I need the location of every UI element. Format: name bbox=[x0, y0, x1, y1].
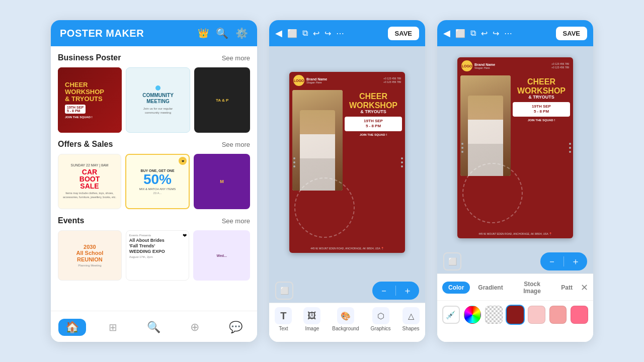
image-tool-icon: 🖼 bbox=[303, 307, 320, 324]
right-poster-date-box: 19TH SEP 5 - 8 PM bbox=[513, 102, 570, 117]
header-icons: 👑 🔍 ⚙️ bbox=[198, 27, 248, 39]
right-page-indicator[interactable]: ⬜ bbox=[443, 252, 461, 270]
color-tab-stock[interactable]: Stock Image bbox=[511, 278, 553, 297]
business-see-more[interactable]: See more bbox=[222, 54, 250, 62]
search-icon[interactable]: 🔍 bbox=[216, 27, 228, 39]
light-pink2-swatch[interactable] bbox=[549, 306, 567, 324]
right-page-icon: ⬜ bbox=[448, 257, 457, 265]
nav-add[interactable]: ⊕ bbox=[183, 319, 206, 336]
events-see-more[interactable]: See more bbox=[222, 217, 250, 225]
brand-slogan: Slogan Here bbox=[306, 81, 327, 84]
right-poster-image bbox=[460, 75, 511, 176]
editor-header-right: SAVE bbox=[388, 27, 419, 40]
events-section-header: Events See more bbox=[58, 216, 250, 225]
right-back-icon[interactable]: ◀ bbox=[443, 28, 450, 39]
nav-home[interactable]: 🏠 bbox=[58, 319, 86, 336]
more-icon[interactable]: ⋯ bbox=[336, 29, 344, 38]
toolbar-tools: T Text 🖼 Image 🎨 Background ⬡ Graphics △… bbox=[269, 307, 425, 331]
page-icon: ⬜ bbox=[280, 287, 289, 295]
fifty-percent-template-card[interactable]: ❤ BUY ONE, GET ONE 50% MIX & MATCH ANY I… bbox=[125, 154, 190, 209]
right-poster-preview[interactable]: LOGO Brand Name Slogan Here +0 123 456 7… bbox=[457, 57, 573, 238]
left-handle[interactable] bbox=[293, 157, 296, 167]
wedding-template-card[interactable]: Events Presents All About Brides'Fall Tr… bbox=[126, 230, 190, 281]
right-poster-date: 19TH SEP 5 - 8 PM bbox=[516, 104, 567, 115]
right-deco-circle bbox=[462, 163, 523, 223]
tool-background[interactable]: 🎨 Background bbox=[332, 307, 359, 331]
back-icon[interactable]: ◀ bbox=[275, 28, 282, 39]
right-editor-header-left: ◀ ⬜ ⧉ ↩ ↪ ⋯ bbox=[443, 28, 512, 39]
tool-shapes[interactable]: △ Shapes bbox=[403, 307, 420, 331]
crown-icon[interactable]: 👑 bbox=[198, 28, 209, 39]
undo-icon[interactable]: ↩ bbox=[313, 29, 319, 38]
offers-template-row: SUNDAY 22 MAY | 8AM CARBOOTSALE Items ma… bbox=[58, 154, 250, 209]
right-more-icon[interactable]: ⋯ bbox=[504, 29, 512, 38]
color-tab-color[interactable]: Color bbox=[442, 282, 470, 294]
light-pink1-swatch[interactable] bbox=[528, 306, 545, 324]
settings-icon[interactable]: ⚙️ bbox=[235, 27, 248, 39]
tool-graphics[interactable]: ⬡ Graphics bbox=[371, 307, 391, 331]
poster-preview[interactable]: LOGO Brand Name Slogan Here +0 123 456 7… bbox=[289, 72, 405, 253]
redo-icon[interactable]: ↪ bbox=[325, 29, 331, 38]
right-editor-panel: ◀ ⬜ ⧉ ↩ ↪ ⋯ SAVE LOGO Brand Name Slogan … bbox=[437, 20, 593, 342]
text-tool-icon: T bbox=[275, 307, 292, 324]
offers-see-more[interactable]: See more bbox=[222, 141, 250, 148]
poster-text-side: CHEER WORKSHOP & TRYOUTS 19TH SEP 5 - 8 … bbox=[345, 90, 402, 191]
right-save-button[interactable]: SAVE bbox=[556, 27, 587, 40]
editor-header-left: ◀ ⬜ ⧉ ↩ ↪ ⋯ bbox=[275, 28, 344, 39]
right-poster-main-content: CHEER WORKSHOP & TRYOUTS 19TH SEP 5 - 8 … bbox=[457, 73, 573, 178]
business-section-header: Business Poster See more bbox=[58, 53, 250, 62]
graphics-tool-icon: ⬡ bbox=[372, 307, 389, 324]
pink-accent-swatch[interactable] bbox=[571, 306, 588, 324]
template-list: Business Poster See more CHEERWORKSHOP& … bbox=[51, 46, 257, 311]
background-tool-label: Background bbox=[332, 326, 359, 331]
purple-template-card[interactable]: M bbox=[194, 154, 250, 209]
poster-title: CHEER WORKSHOP & TRYOUTS bbox=[345, 92, 402, 115]
color-tab-pattern[interactable]: Patt bbox=[555, 282, 579, 294]
right-editor-header-right: SAVE bbox=[556, 27, 587, 40]
text-tool-label: Text bbox=[279, 326, 288, 331]
right-right-handle[interactable] bbox=[569, 143, 571, 153]
layers-icon[interactable]: ⧉ bbox=[302, 29, 308, 38]
poster-date: 19TH SEP 5 - 8 PM bbox=[348, 119, 399, 129]
right-duplicate-icon[interactable]: ⬜ bbox=[455, 29, 465, 38]
community-template-card[interactable]: COMMUNITYMEETING Join us for our regular… bbox=[126, 67, 191, 133]
right-zoom-controls: － ＋ bbox=[540, 252, 587, 270]
right-redo-icon[interactable]: ↪ bbox=[493, 29, 499, 38]
eyedropper-button[interactable]: 💉 bbox=[442, 306, 460, 324]
nav-chat[interactable]: 💬 bbox=[222, 319, 250, 336]
close-color-panel-button[interactable]: ✕ bbox=[581, 282, 588, 293]
poster-top-bar: LOGO Brand Name Slogan Here +0 123 456 7… bbox=[289, 72, 405, 88]
right-undo-icon[interactable]: ↩ bbox=[481, 29, 488, 38]
poster-contact: +0 123 456 789 +0 123 456 789 bbox=[383, 77, 401, 84]
cheer-template-card[interactable]: CHEERWORKSHOP& TRYOUTS 19TH SEP5 - 8 PM … bbox=[58, 67, 122, 133]
zoom-out-button[interactable]: － bbox=[372, 282, 395, 300]
zoom-in-button[interactable]: ＋ bbox=[396, 282, 419, 300]
duplicate-icon[interactable]: ⬜ bbox=[287, 29, 297, 38]
dark-red-swatch[interactable] bbox=[507, 306, 524, 324]
nav-grid[interactable]: ⊞ bbox=[102, 319, 124, 335]
carboot-template-card[interactable]: SUNDAY 22 MAY | 8AM CARBOOTSALE Items ma… bbox=[58, 154, 121, 209]
right-handle[interactable] bbox=[401, 157, 403, 167]
save-button[interactable]: SAVE bbox=[388, 27, 419, 40]
wed2-template-card[interactable]: Wed... bbox=[193, 230, 250, 281]
transparent-swatch[interactable] bbox=[485, 306, 503, 324]
right-zoom-out-button[interactable]: － bbox=[540, 252, 564, 270]
tattoo-template-card[interactable]: TA & P bbox=[194, 67, 250, 133]
image-tool-label: Image bbox=[305, 326, 319, 331]
page-indicator[interactable]: ⬜ bbox=[275, 282, 293, 300]
right-left-handle[interactable] bbox=[461, 143, 464, 153]
tool-text[interactable]: T Text bbox=[275, 307, 292, 331]
right-editor-canvas-area: LOGO Brand Name Slogan Here +0 123 456 7… bbox=[437, 46, 593, 249]
color-tab-gradient[interactable]: Gradient bbox=[472, 282, 509, 294]
poster-main-content: CHEER WORKSHOP & TRYOUTS 19TH SEP 5 - 8 … bbox=[289, 88, 405, 193]
tool-image[interactable]: 🖼 Image bbox=[303, 307, 320, 331]
right-zoom-in-button[interactable]: ＋ bbox=[564, 252, 587, 270]
offers-section-header: Offers & Sales See more bbox=[58, 140, 250, 149]
editor-canvas-area: LOGO Brand Name Slogan Here +0 123 456 7… bbox=[269, 46, 425, 279]
right-layers-icon[interactable]: ⧉ bbox=[470, 29, 476, 38]
middle-editor-header: ◀ ⬜ ⧉ ↩ ↪ ⋯ SAVE bbox=[269, 20, 425, 46]
reunion-template-card[interactable]: 2030All SchoolREUNION Planning Meeting bbox=[58, 230, 122, 281]
rainbow-swatch[interactable] bbox=[464, 306, 481, 324]
nav-search[interactable]: 🔍 bbox=[140, 319, 168, 336]
poster-image bbox=[292, 90, 343, 191]
